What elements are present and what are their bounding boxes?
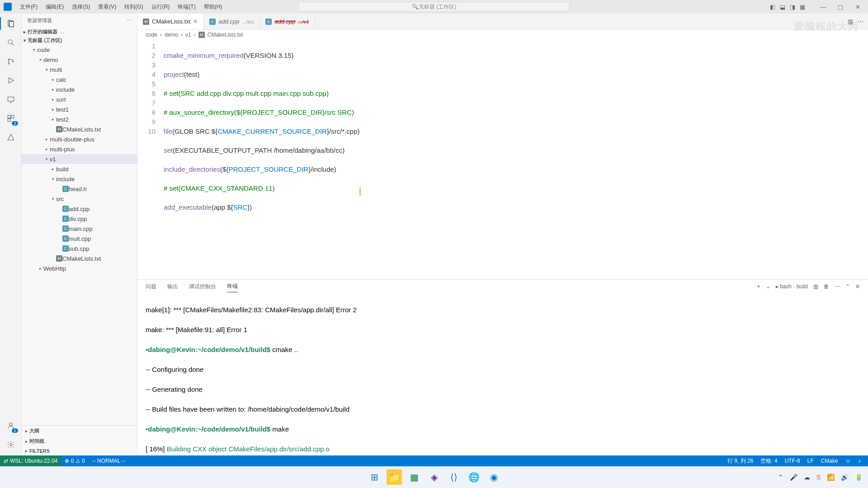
tree-folder-code[interactable]: ▾code (22, 45, 137, 55)
menu-file[interactable]: 文件(F) (16, 2, 41, 12)
layout-right-icon[interactable]: ◨ (790, 4, 795, 10)
tree-file-addcpp[interactable]: C add.cpp (22, 204, 137, 214)
breadcrumb-item[interactable]: CMakeLists.txt (208, 32, 243, 38)
chrome-icon[interactable]: 🌐 (466, 469, 481, 485)
feedback-icon[interactable]: ☺ (842, 458, 854, 464)
source-control-icon[interactable] (5, 55, 17, 68)
menu-help[interactable]: 帮助(H) (200, 2, 226, 12)
layout-bottom-icon[interactable]: ⬓ (780, 4, 785, 10)
menu-go[interactable]: 转到(G) (121, 2, 146, 12)
start-icon[interactable]: ⊞ (367, 469, 382, 485)
menu-view[interactable]: 查看(V) (94, 2, 120, 12)
window-close-icon[interactable]: ✕ (851, 4, 864, 10)
tree-folder-calc[interactable]: ▸calc (22, 75, 137, 84)
remote-indicator[interactable]: ⇄WSL: Ubuntu-22.04 (0, 455, 61, 466)
tree-folder-include2[interactable]: ▾include (22, 174, 137, 184)
tree-folder-mp[interactable]: ▸multi-plus (22, 144, 137, 154)
window-maximize-icon[interactable]: ▢ (834, 4, 847, 10)
timeline-section[interactable]: ▸时间线 (22, 436, 137, 446)
tree-folder-v1[interactable]: ▾v1 (22, 154, 137, 164)
panel-tab-debug[interactable]: 调试控制台 (189, 281, 216, 292)
tab-addcpp-src[interactable]: Cadd.cpp.../src (204, 14, 260, 29)
panel-tab-output[interactable]: 输出 (167, 281, 178, 292)
tree-folder-mdp[interactable]: ▸multi-double-plus (22, 134, 137, 144)
panel-tab-terminal[interactable]: 终端 (227, 281, 238, 292)
layout-left-icon[interactable]: ◧ (770, 4, 775, 10)
menu-select[interactable]: 选择(S) (68, 2, 94, 12)
tab-close-icon[interactable]: ✕ (193, 18, 198, 25)
breadcrumb-item[interactable]: demo (165, 32, 178, 38)
breadcrumb-item[interactable]: code (146, 32, 157, 38)
split-terminal-icon[interactable]: ▥ (813, 283, 818, 290)
maximize-panel-icon[interactable]: ⌃ (845, 283, 850, 290)
indentation[interactable]: 空格: 4 (757, 457, 781, 465)
settings-gear-icon[interactable] (5, 438, 17, 451)
tray-volume-icon[interactable]: 🔊 (841, 474, 849, 481)
menu-terminal[interactable]: 终端(T) (174, 2, 199, 12)
encoding[interactable]: UTF-8 (781, 458, 804, 464)
terminal-shell-label[interactable]: bash - build (780, 283, 808, 290)
terminal-dropdown-icon[interactable]: ⌄ (766, 283, 770, 290)
code-editor[interactable]: 1 2 3 4 5 6 7 8 9 10 cmake_minimum_requi… (137, 40, 868, 279)
more-icon[interactable]: ⋯ (835, 283, 840, 290)
tray-battery-icon[interactable]: 🔋 (855, 474, 863, 481)
window-minimize-icon[interactable]: — (816, 4, 830, 10)
remote-explorer-icon[interactable] (5, 93, 17, 106)
vs-icon[interactable]: ◈ (426, 469, 442, 485)
tray-wifi-icon[interactable]: 📶 (827, 474, 835, 481)
menu-run[interactable]: 运行(R) (148, 2, 174, 12)
panel-tab-problems[interactable]: 问题 (146, 281, 156, 292)
tree-file-subcpp[interactable]: C sub.cpp (22, 244, 137, 253)
edge-icon[interactable]: ◉ (486, 469, 501, 485)
tree-folder-build[interactable]: ▸build (22, 164, 137, 174)
language-mode[interactable]: CMake (817, 458, 842, 464)
breadcrumb[interactable]: code› demo› v1› MCMakeLists.txt (137, 30, 868, 40)
tree-file-headh[interactable]: C head.h (22, 184, 137, 194)
close-panel-icon[interactable]: ✕ (855, 283, 860, 290)
tray-chevron-icon[interactable]: ⌃ (778, 474, 783, 481)
search-icon[interactable] (5, 36, 17, 49)
tree-folder-multi[interactable]: ▾multi (22, 65, 137, 75)
breadcrumb-item[interactable]: v1 (185, 32, 191, 38)
layout-custom-icon[interactable]: ▦ (800, 4, 805, 10)
tray-app-icon[interactable]: S (816, 474, 821, 481)
vscode-app-icon[interactable]: ⟨⟩ (446, 469, 462, 485)
tree-folder-webhttp[interactable]: ▸WebHttp (22, 263, 137, 273)
tree-file-divcpp[interactable]: C div.cpp (22, 214, 137, 224)
tree-folder-sort[interactable]: ▸sort (22, 94, 137, 104)
eol[interactable]: LF (804, 458, 817, 464)
command-center-search[interactable]: 🔍 无标题 (工作区) (298, 2, 570, 12)
tree-folder-include[interactable]: ▸include (22, 84, 137, 94)
excel-icon[interactable]: ▦ (406, 469, 422, 485)
code-content[interactable]: cmake_minimum_required(VERSION 3.15) pro… (164, 40, 868, 279)
tree-file-multcpp[interactable]: C mult.cpp (22, 234, 137, 244)
tree-folder-test2[interactable]: ▸test2 (22, 114, 137, 124)
tree-file-cmake1[interactable]: M CMakeLists.txt (22, 124, 137, 134)
tab-cmakelists[interactable]: MCMakeLists.txt✕ (137, 14, 204, 29)
explorer-icon[interactable] (5, 17, 17, 30)
open-editors-section[interactable]: ▸打开的编辑器 (22, 28, 137, 36)
menu-edit[interactable]: 编辑(E) (42, 2, 67, 12)
run-debug-icon[interactable] (5, 74, 17, 87)
tray-mic-icon[interactable]: 🎤 (790, 474, 797, 481)
cursor-position[interactable]: 行 9, 列 26 (724, 457, 757, 465)
filters-section[interactable]: ▸FILTERS (22, 446, 137, 455)
terminal-content[interactable]: make[1]: *** [CMakeFiles/Makefile2:83: C… (137, 293, 868, 455)
notifications-icon[interactable]: ♪ (854, 458, 864, 464)
tree-file-maincpp[interactable]: C main.cpp (22, 224, 137, 234)
more-icon[interactable]: ⋯ (127, 18, 132, 23)
tree-file-cmake2[interactable]: M CMakeLists.txt (22, 253, 137, 263)
tree-folder-src[interactable]: ▾src (22, 194, 137, 204)
tree-folder-demo[interactable]: ▾demo (22, 55, 137, 65)
tree-folder-test1[interactable]: ▸test1 (22, 104, 137, 114)
problems-status[interactable]: ⊗ 0 ⚠ 0 (61, 458, 88, 464)
account-icon[interactable]: 1 (5, 419, 17, 432)
explorer-app-icon[interactable]: 📁 (387, 469, 402, 485)
outline-section[interactable]: ▸大纲 (22, 426, 137, 436)
kill-terminal-icon[interactable]: 🗑 (824, 283, 829, 290)
tab-addcpp-v1[interactable]: Cadd.cpp.../v1 (260, 14, 315, 29)
new-terminal-icon[interactable]: + (757, 283, 760, 290)
workspace-section[interactable]: ▾无标题 (工作区) (22, 36, 137, 45)
cmake-icon[interactable] (5, 131, 17, 144)
extensions-icon[interactable]: 2 (5, 112, 17, 125)
